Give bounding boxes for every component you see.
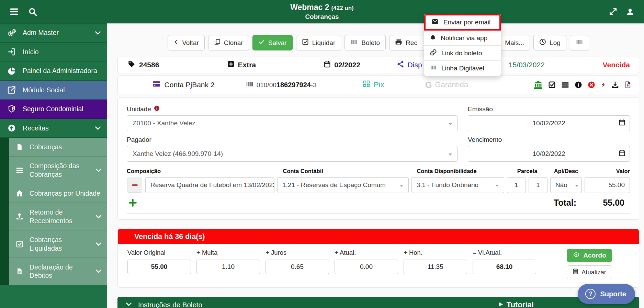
info-circle-icon[interactable] (575, 76, 582, 94)
barcode-only-button[interactable] (570, 35, 589, 50)
sidebar-item-cobrancas[interactable]: Cobranças (9, 138, 107, 157)
honorarios-input[interactable]: 11.35 (404, 260, 467, 274)
dropdown-item-notificar-app[interactable]: Notificar via app (424, 31, 501, 46)
caret-down-icon (575, 181, 579, 189)
conta-disponibilidade-select[interactable]: 3.1 - Fundo Ordinário (411, 177, 504, 193)
liquidar-button[interactable]: Liquidar (296, 35, 341, 50)
apl-desc-select[interactable]: Não (550, 177, 582, 193)
unidade-field: Unidade Z0100 - Xanthe Velez (127, 105, 457, 131)
honorarios-label: + Hon. (404, 249, 467, 256)
sidebar-item-composicao-cobrancas[interactable]: Composição das Cobranças (9, 157, 107, 184)
juros-input[interactable]: 0.65 (265, 260, 329, 274)
bell-icon (430, 34, 436, 43)
receitas-submenu: Cobranças Composição das Cobranças Cobra… (0, 138, 107, 285)
boleto-button[interactable]: Boleto (344, 35, 386, 50)
sidebar-item-painel-administradora[interactable]: Painel da Administradora (0, 61, 107, 80)
emissao-input[interactable]: 10/02/2022 (468, 115, 630, 131)
sidebar-item-retorno-recebimentos[interactable]: Retorno de Recebimentos (9, 203, 107, 230)
support-button[interactable]: ? Suporte (578, 284, 635, 304)
calendar-icon[interactable] (619, 119, 625, 128)
boleto-number: 010/00186297924-3 (246, 76, 317, 94)
pagador-select[interactable]: Xanthe Velez (466.909.970-14) (127, 146, 457, 162)
sidebar-item-receitas[interactable]: Receitas (0, 119, 107, 138)
valor-atualizado-input[interactable]: 68.10 (473, 260, 536, 274)
vencimento-value: 10/02/2022 (532, 150, 565, 158)
remove-row-button[interactable] (127, 178, 142, 193)
check-square-icon[interactable] (548, 76, 556, 94)
menu-bars-icon[interactable] (561, 76, 569, 94)
sidebar-item-label: Painel da Administradora (23, 67, 97, 75)
sidebar: Adm Master Início Painel da Administrado… (0, 23, 107, 308)
valor-value: 55.00 (608, 181, 625, 189)
file-pdf-icon[interactable] (624, 76, 631, 94)
vencimento-input[interactable]: 10/02/2022 (468, 146, 630, 162)
sidebar-item-inicio[interactable]: Início (0, 43, 107, 61)
overdue-banner: Vencida há 36 dia(s) (118, 229, 639, 244)
acordo-button[interactable]: Acordo (567, 249, 612, 262)
sidebar-item-seguro-condominial[interactable]: Seguro Condominial (0, 100, 107, 118)
user-icon[interactable] (626, 8, 634, 16)
sidebar-item-cobrancas-por-unidade[interactable]: Cobranças por Unidade (9, 184, 107, 203)
parcela-total-value: 1 (536, 181, 540, 189)
acordo-icon (573, 252, 580, 259)
parcela-num-input[interactable]: 1 (507, 177, 526, 193)
salvar-button[interactable]: Salvar (252, 35, 293, 50)
bolt-icon[interactable] (601, 76, 606, 94)
fullscreen-icon[interactable] (609, 7, 618, 16)
search-icon[interactable] (28, 7, 37, 16)
composicao-input[interactable]: Reserva Quadra de Futebol em 13/02/2022 (145, 177, 274, 193)
sidebar-item-adm-master[interactable]: Adm Master (0, 23, 107, 43)
atualizacao-input[interactable]: 0.00 (335, 260, 398, 274)
instrucoes-boleto-bar[interactable]: Instruções de Boleto Tutorial (117, 297, 639, 308)
billing-disp-link[interactable]: Disp (397, 57, 422, 73)
sidebar-item-label: Módulo Social (23, 86, 65, 94)
voltar-button[interactable]: Voltar (168, 35, 205, 50)
multa-input[interactable]: 1.10 (196, 260, 260, 274)
sidebar-item-modulo-social[interactable]: Módulo Social (0, 81, 107, 100)
tutorial-link[interactable]: Tutorial (498, 300, 534, 308)
cancel-circle-icon[interactable] (588, 76, 595, 94)
juros-label: + Juros (265, 249, 329, 256)
column-header-composicao: Composição (127, 168, 280, 174)
valor-input[interactable]: 55.00 (585, 177, 630, 193)
chevron-down-icon (95, 213, 102, 220)
download-icon[interactable] (611, 76, 619, 94)
info-icon[interactable] (154, 105, 160, 113)
calculator-icon (573, 268, 578, 276)
sidebar-item-cobrancas-liquidadas[interactable]: Cobranças Liquidadas (9, 230, 107, 258)
emissao-label: Emissão (468, 105, 493, 113)
caret-down-icon (399, 181, 404, 189)
emissao-field: Emissão 10/02/2022 (468, 105, 630, 131)
mais-button[interactable]: Mais... (499, 35, 530, 50)
tag-icon (127, 60, 136, 70)
valor-original-input[interactable]: 55.00 (127, 260, 191, 274)
add-row-button[interactable] (129, 199, 137, 207)
acordo-label: Acordo (583, 252, 606, 259)
table-row: Reserva Quadra de Futebol em 13/02/2022 … (127, 177, 630, 193)
atualizar-button[interactable]: Atualizar (567, 265, 612, 279)
calendar-icon[interactable] (619, 149, 625, 158)
bank-icon[interactable] (534, 76, 543, 94)
unidade-select[interactable]: Z0100 - Xanthe Velez (127, 115, 457, 131)
billing-competencia-value: 02/2022 (334, 61, 360, 69)
dropdown-item-linha-digitavel[interactable]: Linha Digitável (424, 61, 501, 76)
column-header-conta-contabil: Conta Contábil (283, 168, 414, 174)
conta-contabil-select[interactable]: 1.21 - Reservas de Espaço Comum (277, 177, 409, 193)
barcode-icon (430, 65, 437, 72)
billing-vencimento-date: 15/03/2022 (509, 57, 545, 73)
dropdown-item-label: Notificar via app (441, 34, 487, 42)
multa-label: + Multa (196, 249, 260, 256)
valor-atualizado-label: = Vl.Atual. (473, 249, 536, 256)
parcela-total-input[interactable]: 1 (529, 177, 547, 193)
clonar-button[interactable]: Clonar (208, 35, 249, 50)
pix-link[interactable]: Pix (363, 76, 384, 94)
conta-contabil-value: 1.21 - Reservas de Espaço Comum (282, 181, 386, 189)
sidebar-item-declaracao-debitos[interactable]: Declaração de Débitos (9, 258, 107, 285)
divider (127, 213, 630, 214)
dropdown-item-link-boleto[interactable]: Link do boleto (424, 46, 501, 61)
app-units-count: (422 un) (331, 5, 354, 11)
menu-icon[interactable] (9, 7, 19, 16)
log-button[interactable]: Log (533, 35, 566, 50)
dropdown-item-enviar-email[interactable]: Enviar por email (424, 14, 501, 31)
pagador-label: Pagador (127, 136, 151, 144)
